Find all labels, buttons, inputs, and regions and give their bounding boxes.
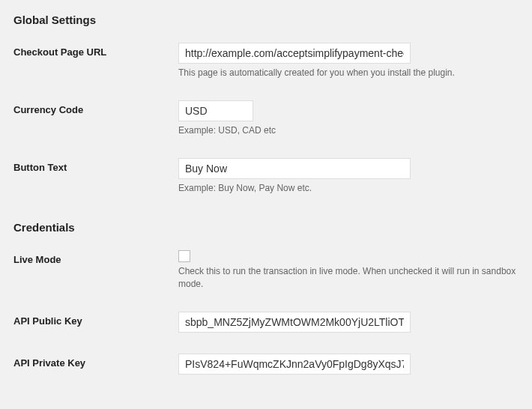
currency-code-input[interactable] — [178, 100, 253, 121]
live-mode-row: Live Mode Check this to run the transact… — [13, 250, 519, 291]
checkout-url-input[interactable] — [178, 43, 411, 64]
api-private-key-label: API Private Key — [13, 354, 178, 369]
api-private-key-row: API Private Key — [13, 354, 519, 375]
currency-code-description: Example: USD, CAD etc — [178, 124, 519, 137]
api-public-key-label: API Public Key — [13, 312, 178, 327]
api-private-key-input[interactable] — [178, 354, 411, 375]
currency-code-row: Currency Code Example: USD, CAD etc — [13, 100, 519, 137]
button-text-label: Button Text — [13, 158, 178, 173]
currency-code-label: Currency Code — [13, 100, 178, 115]
api-public-key-row: API Public Key — [13, 312, 519, 333]
credentials-heading: Credentials — [13, 221, 519, 234]
checkout-url-label: Checkout Page URL — [13, 43, 178, 58]
checkout-url-row: Checkout Page URL This page is automatic… — [13, 43, 519, 79]
button-text-description: Example: Buy Now, Pay Now etc. — [178, 182, 519, 195]
button-text-row: Button Text Example: Buy Now, Pay Now et… — [13, 158, 519, 195]
global-settings-heading: Global Settings — [13, 13, 519, 26]
api-public-key-input[interactable] — [178, 312, 411, 333]
live-mode-description: Check this to run the transaction in liv… — [178, 265, 519, 291]
live-mode-checkbox[interactable] — [178, 250, 190, 262]
checkout-url-description: This page is automatically created for y… — [178, 67, 519, 79]
button-text-input[interactable] — [178, 158, 411, 179]
live-mode-label: Live Mode — [13, 250, 178, 265]
